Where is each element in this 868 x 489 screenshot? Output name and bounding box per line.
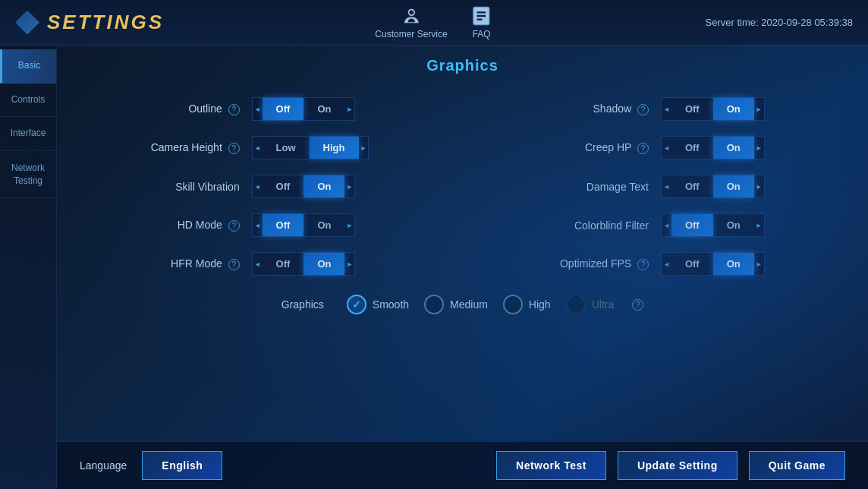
optimized-fps-label: Optimized FPS ?	[489, 244, 655, 283]
nav-customer-service[interactable]: Customer Service	[375, 5, 447, 39]
network-test-button[interactable]: Network Test	[496, 451, 606, 480]
shadow-arrow-left: ◄	[662, 106, 671, 113]
creep-hp-help-icon[interactable]: ?	[637, 143, 649, 154]
update-setting-button[interactable]: Update Setting	[618, 451, 737, 480]
colorblind-arrow-left: ◄	[662, 222, 671, 229]
quality-high-radio[interactable]	[503, 295, 523, 314]
shadow-on-button[interactable]: On	[713, 98, 754, 120]
camera-height-toggle-group: ◄ Low High ►	[252, 136, 370, 159]
hd-off-button[interactable]: Off	[263, 214, 304, 236]
camera-arrow-left: ◄	[253, 144, 263, 152]
opt-fps-off-button[interactable]: Off	[671, 253, 713, 275]
skill-vibration-toggle-group: ◄ Off On ►	[252, 175, 356, 198]
camera-height-help-icon[interactable]: ?	[228, 143, 240, 154]
graphics-quality-section: Graphics Smooth Medium High Ultra ?	[80, 295, 845, 314]
skill-vib-arrow-left: ◄	[253, 183, 263, 191]
hfr-mode-toggle: ◄ Off On ►	[246, 244, 459, 283]
table-row: HFR Mode ? ◄ Off On ► Optimized FPS	[80, 244, 845, 283]
creep-hp-label: Creep HP ?	[489, 128, 655, 167]
hd-mode-label: HD Mode ?	[80, 206, 246, 244]
quality-medium-radio[interactable]	[424, 295, 444, 314]
header-nav: Customer Service FAQ	[375, 5, 492, 39]
hd-mode-toggle-group: ◄ Off On ►	[252, 213, 356, 237]
bottom-bar: Language English Network Test Update Set…	[57, 441, 868, 489]
logo-area: SETTINGS	[15, 11, 164, 35]
quality-high-label: High	[529, 298, 551, 311]
shadow-toggle: ◄ Off On ►	[655, 90, 845, 128]
svg-point-1	[409, 10, 414, 14]
hd-mode-help-icon[interactable]: ?	[228, 220, 240, 232]
shadow-help-icon[interactable]: ?	[637, 104, 649, 115]
camera-low-button[interactable]: Low	[263, 137, 310, 159]
header: SETTINGS Customer Service	[0, 0, 868, 46]
quality-medium-option[interactable]: Medium	[424, 295, 488, 314]
english-button[interactable]: English	[142, 451, 222, 480]
hd-arrow-right: ►	[344, 222, 354, 229]
colorblind-on-button[interactable]: On	[713, 214, 754, 236]
skill-vib-off-button[interactable]: Off	[263, 175, 304, 197]
colorblind-off-button[interactable]: Off	[671, 214, 713, 236]
server-time: Server time: 2020-09-28 05:39:38	[706, 17, 853, 28]
outline-off-button[interactable]: Off	[263, 98, 304, 120]
quality-help-icon[interactable]: ?	[632, 299, 643, 311]
shadow-arrow-right: ►	[754, 106, 764, 113]
nav-faq[interactable]: FAQ	[470, 5, 493, 39]
faq-icon	[470, 5, 493, 27]
section-title: Graphics	[80, 57, 845, 74]
optimized-fps-toggle: ◄ Off On ►	[655, 244, 845, 283]
camera-high-button[interactable]: High	[310, 137, 359, 159]
table-row: Camera Height ? ◄ Low High ► Creep HP	[80, 128, 845, 167]
quality-ultra-radio[interactable]	[566, 295, 586, 314]
opt-fps-arrow-left: ◄	[662, 260, 671, 268]
skill-vib-on-button[interactable]: On	[303, 175, 344, 197]
colorblind-filter-label: Colorblind Filter	[489, 206, 655, 244]
outline-toggle-group: ◄ Off On ►	[252, 97, 356, 121]
hfr-on-button[interactable]: On	[303, 253, 344, 275]
hd-arrow-left: ◄	[253, 222, 263, 229]
shadow-toggle-group: ◄ Off On ►	[661, 97, 765, 121]
logo-icon	[15, 11, 39, 35]
creep-hp-arrow-right: ►	[754, 144, 764, 152]
damage-text-toggle: ◄ Off On ►	[655, 167, 845, 206]
hfr-mode-help-icon[interactable]: ?	[228, 259, 240, 270]
opt-fps-on-button[interactable]: On	[713, 253, 754, 275]
customer-service-label: Customer Service	[375, 29, 447, 39]
colorblind-arrow-right: ►	[754, 222, 764, 229]
outline-label: Outline ?	[80, 90, 246, 128]
table-row: Outline ? ◄ Off On ► Shadow	[80, 90, 845, 128]
sidebar-item-basic[interactable]: Basic	[0, 49, 56, 84]
hd-on-button[interactable]: On	[303, 214, 344, 236]
outline-arrow-right: ►	[344, 106, 354, 113]
content-area: Graphics Outline ? ◄ Off On ►	[57, 46, 868, 489]
damage-on-button[interactable]: On	[713, 175, 754, 197]
hfr-arrow-right: ►	[344, 260, 354, 268]
shadow-label: Shadow ?	[489, 90, 655, 128]
language-label: Language	[80, 459, 127, 472]
creep-hp-toggle-group: ◄ Off On ►	[661, 136, 765, 159]
creep-hp-off-button[interactable]: Off	[671, 137, 713, 159]
camera-height-toggle: ◄ Low High ►	[246, 128, 459, 167]
skill-vibration-label: Skill Vibration	[80, 167, 246, 206]
sidebar-item-interface[interactable]: Interface	[0, 117, 56, 151]
damage-arrow-left: ◄	[662, 183, 671, 191]
sidebar-item-network[interactable]: NetworkTesting	[0, 151, 56, 199]
sidebar-item-controls[interactable]: Controls	[0, 84, 56, 118]
shadow-off-button[interactable]: Off	[671, 98, 713, 120]
table-row: Skill Vibration ◄ Off On ► Damage Text	[80, 167, 845, 206]
quality-smooth-option[interactable]: Smooth	[347, 295, 409, 314]
damage-arrow-right: ►	[754, 183, 764, 191]
quality-ultra-option[interactable]: Ultra	[566, 295, 615, 314]
page-title: SETTINGS	[47, 11, 164, 34]
creep-hp-on-button[interactable]: On	[713, 137, 754, 159]
quality-smooth-radio[interactable]	[347, 295, 366, 314]
outline-on-button[interactable]: On	[303, 98, 344, 120]
settings-table: Outline ? ◄ Off On ► Shadow	[80, 90, 845, 283]
customer-service-icon	[400, 5, 423, 27]
optimized-fps-help-icon[interactable]: ?	[637, 259, 649, 270]
quit-game-button[interactable]: Quit Game	[749, 451, 845, 480]
outline-help-icon[interactable]: ?	[228, 104, 240, 115]
quality-high-option[interactable]: High	[503, 295, 551, 314]
optimized-fps-toggle-group: ◄ Off On ►	[661, 252, 765, 276]
hfr-off-button[interactable]: Off	[263, 253, 304, 275]
damage-off-button[interactable]: Off	[671, 175, 713, 197]
